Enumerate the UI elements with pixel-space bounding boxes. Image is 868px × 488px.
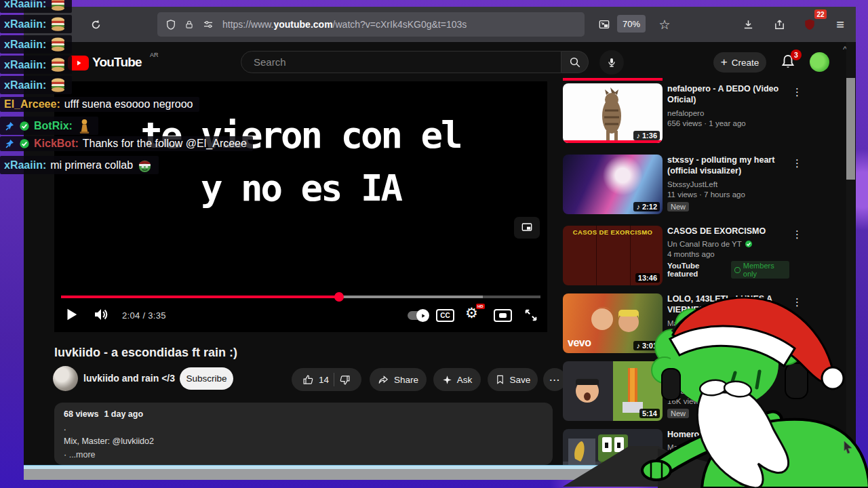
video-thumbnail[interactable]: ♪ 1:36 — [563, 83, 663, 143]
related-title[interactable]: stxssy - polluting my heart (official vi… — [667, 155, 789, 177]
volume-button[interactable] — [92, 306, 108, 323]
thumbs-down-icon[interactable] — [339, 374, 351, 386]
chat-username[interactable]: xRaaiin: — [4, 0, 46, 10]
burger-emote-icon — [50, 16, 66, 32]
bookmark-icon — [495, 374, 505, 385]
chat-message: El_Arceee: ufff suena esoooo negrooo — [0, 97, 199, 112]
fullscreen-icon — [524, 308, 538, 323]
miniplayer-overlay-button[interactable] — [514, 217, 540, 239]
tracking-shield-icon[interactable] — [165, 19, 176, 30]
ask-button[interactable]: Ask — [433, 368, 481, 391]
chat-username[interactable]: xRaaiin: — [4, 59, 46, 71]
fullscreen-button[interactable] — [524, 308, 538, 323]
members-only-badge: Members only — [731, 261, 789, 279]
duration-badge: ♪ 2:12 — [633, 202, 660, 211]
search-input[interactable] — [254, 56, 538, 68]
chat-text: ufff suena esoooo negrooo — [64, 98, 193, 110]
chat-username[interactable]: KickBot: — [34, 138, 79, 150]
play-button[interactable] — [64, 306, 79, 323]
lock-icon[interactable] — [184, 19, 194, 30]
show-more-button[interactable]: ...more — [69, 450, 96, 460]
related-title[interactable]: nefalopero - A DEDO (Video Oficial) — [667, 83, 789, 106]
duration-badge: ♪ 1:36 — [633, 131, 660, 140]
share-button[interactable]: Share — [370, 368, 427, 391]
scrollbar-thumb[interactable] — [846, 78, 855, 180]
duration-badge: 13:46 — [635, 273, 660, 283]
volume-icon — [92, 306, 108, 323]
subscribe-button[interactable]: Subscribe — [180, 367, 233, 390]
thumbs-up-icon[interactable] — [302, 374, 314, 386]
time-display: 2:04 / 3:35 — [122, 310, 166, 321]
item-menu-icon[interactable]: ⋮ — [792, 86, 802, 98]
chat-message: xRaaiin: — [0, 76, 72, 94]
progress-played — [61, 296, 339, 298]
burger-emote-icon — [50, 77, 66, 93]
chat-username[interactable]: El_Arceee: — [4, 98, 60, 110]
chat-message: xRaaiin: — [0, 56, 72, 74]
related-channel[interactable]: Un Canal Raro de YT — [667, 240, 742, 248]
burger-emote-icon — [50, 37, 66, 52]
captions-button[interactable]: CC — [436, 309, 454, 322]
related-channel[interactable]: StxssyJustLeft — [667, 180, 789, 188]
video-thumbnail[interactable]: ♪ 2:12 — [563, 155, 663, 214]
autoplay-knob — [416, 309, 429, 322]
pepe-santa-emote-icon — [137, 157, 153, 173]
chat-text: Thanks for the follow @El_Arceee — [83, 138, 247, 150]
url-text[interactable]: https://www.youtube.com/watch?v=cXrIk4sK… — [222, 19, 467, 30]
view-count: 68 views — [64, 409, 98, 419]
item-menu-icon[interactable]: ⋮ — [792, 228, 802, 241]
like-dislike-pill[interactable]: 14 — [292, 368, 361, 391]
save-button[interactable]: Save — [488, 368, 538, 391]
youtube-featured-label: YouTube featured — [667, 262, 727, 278]
youtube-logo-text[interactable]: YouTube — [92, 55, 142, 70]
channel-avatar[interactable] — [53, 366, 78, 391]
chat-username[interactable]: xRaaiin: — [4, 159, 46, 171]
chat-message: xRaaiin: — [0, 35, 72, 54]
chat-username[interactable]: xRaaiin: — [4, 79, 46, 92]
search-bar[interactable] — [241, 51, 561, 73]
play-icon — [64, 306, 79, 323]
video-player[interactable]: te vieron con el y no es IA 2:04 / 3:35 — [54, 81, 547, 332]
reload-icon[interactable] — [87, 16, 104, 33]
bookmark-star-icon[interactable]: ☆ — [656, 16, 673, 33]
video-title: luvkiido - a escondidas ft rain :) — [54, 346, 237, 360]
browser-toolbar: https://www.youtube.com/watch?v=cXrIk4sK… — [24, 7, 856, 42]
chat-message: xRaaiin: mi primera collab — [0, 156, 159, 174]
progress-scrubber[interactable] — [334, 292, 344, 302]
mouse-cursor — [843, 441, 854, 454]
chat-username[interactable]: BotRix: — [34, 120, 73, 132]
members-icon — [734, 267, 740, 273]
download-icon[interactable] — [739, 16, 757, 33]
description-credit: Mix, Master: @luvkiido2 — [64, 436, 543, 446]
url-bar[interactable]: https://www.youtube.com/watch?v=cXrIk4sK… — [157, 12, 585, 37]
new-badge: New — [667, 202, 689, 211]
pip-icon[interactable] — [595, 16, 613, 33]
progress-bar[interactable] — [61, 296, 540, 298]
miniplayer-fill-icon — [499, 313, 507, 318]
permissions-icon[interactable] — [202, 19, 214, 30]
related-title[interactable]: CASOS DE EXORCISMO — [667, 226, 789, 237]
item-menu-icon[interactable]: ⋮ — [792, 157, 802, 169]
hd-quality-badge: HD — [476, 304, 485, 309]
upload-date: 1 day ago — [104, 409, 143, 419]
share-icon — [378, 374, 389, 386]
description-box[interactable]: 68 views1 day ago . Mix, Master: @luvkii… — [54, 403, 553, 465]
zoom-level-chip[interactable]: 70% — [617, 15, 646, 33]
chat-username[interactable]: xRaaiin: — [4, 18, 46, 30]
miniplayer-icon — [520, 222, 534, 233]
like-count: 14 — [319, 375, 329, 385]
miniplayer-button[interactable] — [494, 309, 512, 322]
youtube-country-code: AR — [150, 52, 159, 58]
extension-icon[interactable] — [770, 16, 788, 33]
chat-message: xRaaiin: — [0, 0, 72, 13]
menu-icon[interactable]: ≡ — [831, 16, 849, 33]
channel-name[interactable]: luvkiido and rain </3 — [83, 373, 175, 384]
verified-badge-icon — [19, 121, 30, 131]
chat-username[interactable]: xRaaiin: — [4, 39, 46, 51]
watched-progress-bar — [563, 140, 663, 143]
chat-message: KickBot: Thanks for the follow @El_Arcee… — [0, 136, 253, 151]
related-channel[interactable]: nefalopero — [667, 109, 789, 117]
video-thumbnail[interactable]: CASOS DE EXORCISMO 13:46 — [563, 226, 663, 285]
sparkle-icon — [442, 375, 452, 385]
autoplay-toggle[interactable] — [408, 311, 429, 320]
